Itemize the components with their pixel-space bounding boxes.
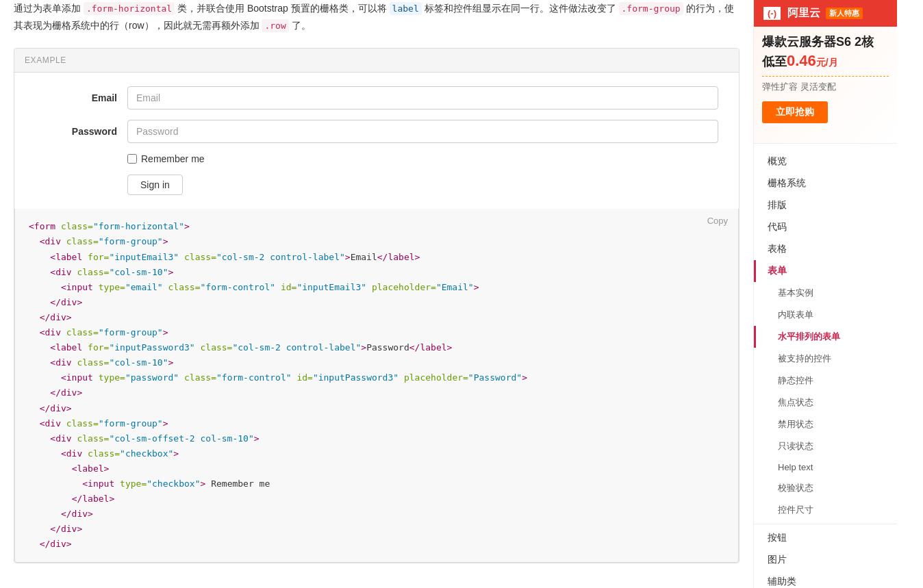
nav-item-table[interactable]: 表格 xyxy=(754,238,897,260)
ad-brand: 阿里云 xyxy=(787,6,820,21)
copy-button[interactable]: Copy xyxy=(707,216,728,226)
horizontal-form: Email Password Remember me Sign in xyxy=(35,86,718,195)
nav-sub-horizontal[interactable]: 水平排列的表单 xyxy=(754,326,897,348)
password-input-wrap xyxy=(127,120,718,143)
example-box: EXAMPLE Email Password Remember xyxy=(14,48,739,563)
right-sidebar: (-) 阿里云 新人特惠 爆款云服务器S6 2核 低至0.46元/月 弹性扩容 … xyxy=(753,0,897,588)
nav-item-grid[interactable]: 栅格系统 xyxy=(754,172,897,194)
email-input[interactable] xyxy=(127,86,718,110)
password-label: Password xyxy=(35,126,117,137)
nav-sub-disabled[interactable]: 禁用状态 xyxy=(754,413,897,435)
nav-item-form[interactable]: 表单 xyxy=(754,260,897,282)
email-input-wrap xyxy=(127,86,718,110)
remember-me-label: Remember me xyxy=(141,153,205,164)
nav-item-button[interactable]: 按钮 xyxy=(754,527,897,549)
nav-item-typography[interactable]: 排版 xyxy=(754,194,897,216)
submit-group: Sign in xyxy=(35,175,718,195)
example-label: EXAMPLE xyxy=(14,49,739,73)
code-form-horizontal: .form-horizontal xyxy=(84,2,175,15)
ad-subtitle: 弹性扩容 灵活变配 xyxy=(762,81,889,93)
ad-price: 0.46 xyxy=(787,52,816,69)
nav-sidebar: 概览 栅格系统 排版 代码 表格 表单 基本实例 内联表单 水平排列的表单 被支… xyxy=(754,144,897,588)
nav-sub-inline[interactable]: 内联表单 xyxy=(754,304,897,326)
ad-price-prefix: 低至 xyxy=(762,55,787,68)
code-row: .row xyxy=(262,19,288,32)
nav-sub-static[interactable]: 静态控件 xyxy=(754,370,897,392)
description-text: 通过为表单添加 .form-horizontal 类，并联合使用 Bootstr… xyxy=(14,0,739,34)
nav-sub-helptext[interactable]: Help text xyxy=(754,457,897,477)
nav-item-code[interactable]: 代码 xyxy=(754,216,897,238)
ad-divider xyxy=(762,76,889,77)
nav-sub-basic[interactable]: 基本实例 xyxy=(754,282,897,304)
nav-sub-readonly[interactable]: 只读状态 xyxy=(754,435,897,457)
ad-title: 爆款云服务器S6 2核 低至0.46元/月 xyxy=(762,34,889,72)
nav-divider-1 xyxy=(754,524,897,524)
password-form-group: Password xyxy=(35,120,718,143)
nav-item-helpers[interactable]: 辅助类 xyxy=(754,571,897,588)
ad-logo: (-) xyxy=(762,5,782,21)
email-form-group: Email xyxy=(35,86,718,110)
ad-title-line1: 爆款云服务器S6 2核 xyxy=(762,35,874,49)
example-demo: Email Password Remember me Sign in xyxy=(14,73,739,209)
nav-sub-size[interactable]: 控件尺寸 xyxy=(754,499,897,521)
password-input[interactable] xyxy=(127,120,718,143)
email-label: Email xyxy=(35,92,117,103)
nav-item-image[interactable]: 图片 xyxy=(754,549,897,571)
nav-item-overview[interactable]: 概览 xyxy=(754,151,897,172)
code-label: label xyxy=(390,2,422,15)
ad-cta-button[interactable]: 立即抢购 xyxy=(762,101,828,123)
nav-sub-supported[interactable]: 被支持的控件 xyxy=(754,348,897,370)
remember-me-checkbox[interactable] xyxy=(127,154,137,164)
code-block: Copy <form class="form-horizontal"> <div… xyxy=(14,209,739,563)
ad-price-unit: 元/月 xyxy=(816,57,838,68)
nav-sub-focus[interactable]: 焦点状态 xyxy=(754,392,897,413)
ad-badge: 新人特惠 xyxy=(826,8,863,19)
sign-in-button[interactable]: Sign in xyxy=(127,175,183,195)
nav-sub-validation[interactable]: 校验状态 xyxy=(754,477,897,499)
code-content: <form class="form-horizontal"> <div clas… xyxy=(29,219,724,552)
ad-banner[interactable]: (-) 阿里云 新人特惠 爆款云服务器S6 2核 低至0.46元/月 弹性扩容 … xyxy=(754,0,897,144)
ad-body: 爆款云服务器S6 2核 低至0.46元/月 弹性扩容 灵活变配 立即抢购 xyxy=(754,27,897,130)
main-content: 通过为表单添加 .form-horizontal 类，并联合使用 Bootstr… xyxy=(0,0,753,588)
code-form-group: .form-group xyxy=(619,2,683,15)
ad-header: (-) 阿里云 新人特惠 xyxy=(754,0,897,27)
remember-me-group: Remember me xyxy=(35,153,718,164)
